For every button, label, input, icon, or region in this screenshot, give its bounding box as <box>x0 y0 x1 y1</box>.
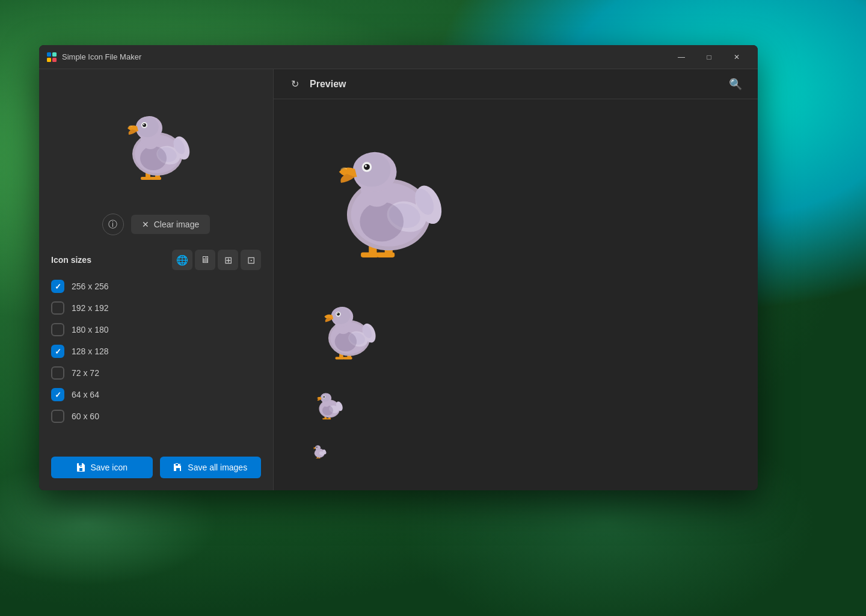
svg-point-36 <box>365 165 367 167</box>
size-label-192: 192 x 192 <box>72 303 109 313</box>
size-item-128[interactable]: 128 x 128 <box>51 345 261 358</box>
svg-point-66 <box>321 393 330 402</box>
checkbox-256[interactable] <box>51 280 64 293</box>
svg-point-50 <box>331 307 350 324</box>
svg-rect-7 <box>150 177 161 180</box>
size-item-60[interactable]: 60 x 60 <box>51 410 261 423</box>
checkbox-128[interactable] <box>51 345 64 358</box>
source-image <box>114 95 198 188</box>
size-label-72: 72 x 72 <box>72 368 99 378</box>
monitor-icon: 🖥 <box>200 254 210 265</box>
window-title: Simple Icon File Maker <box>62 52 668 61</box>
preview-content <box>274 99 758 490</box>
preview-item-64 <box>310 384 348 423</box>
svg-point-53 <box>337 313 339 315</box>
size-label-180: 180 x 180 <box>72 325 109 334</box>
save-icon <box>76 463 86 472</box>
zoom-icon: 🔍 <box>729 78 742 91</box>
size-label-60: 60 x 60 <box>72 411 99 421</box>
save-icon-button[interactable]: Save icon <box>51 457 153 478</box>
clear-image-label: Clear image <box>154 220 199 229</box>
size-label-128: 128 x 128 <box>72 346 109 356</box>
svg-rect-6 <box>141 177 152 180</box>
size-item-256[interactable]: 256 x 256 <box>51 280 261 293</box>
svg-rect-2 <box>47 58 51 62</box>
preview-dodo-256 <box>310 117 464 271</box>
save-all-button[interactable]: Save all images <box>160 457 262 478</box>
main-window: Simple Icon File Maker — □ ✕ <box>39 45 758 490</box>
save-all-icon <box>173 463 183 472</box>
window-controls: — □ ✕ <box>668 48 751 67</box>
svg-point-18 <box>143 124 144 125</box>
minimize-button[interactable]: — <box>668 48 695 67</box>
info-button[interactable]: ⓘ <box>102 214 124 235</box>
right-panel: ↻ Preview 🔍 <box>274 69 758 490</box>
size-item-192[interactable]: 192 x 192 <box>51 301 261 315</box>
web-preset-button[interactable]: 🌐 <box>172 250 192 270</box>
grid-preset-button[interactable]: ⊞ <box>218 250 238 270</box>
checkbox-60[interactable] <box>51 410 64 423</box>
svg-point-12 <box>140 146 167 170</box>
preview-header: ↻ Preview 🔍 <box>274 69 758 99</box>
preview-dodo-64 <box>310 384 348 423</box>
desktop-preset-button[interactable]: 🖥 <box>195 250 215 270</box>
svg-point-79 <box>316 446 318 448</box>
svg-rect-41 <box>336 357 345 359</box>
preview-title: Preview <box>310 79 725 90</box>
svg-point-30 <box>360 202 404 241</box>
svg-point-35 <box>364 164 370 170</box>
preview-item-32 <box>310 441 329 460</box>
titlebar: Simple Icon File Maker — □ ✕ <box>39 45 758 69</box>
svg-rect-42 <box>343 357 352 359</box>
svg-point-63 <box>322 405 333 416</box>
size-label-256: 256 x 256 <box>72 282 109 291</box>
custom-preset-button[interactable]: ⊡ <box>241 250 261 270</box>
checkbox-list: 256 x 256 192 x 192 180 x 180 128 x 128 … <box>51 280 261 445</box>
size-presets: 🌐 🖥 ⊞ ⊡ <box>172 250 261 270</box>
size-item-64[interactable]: 64 x 64 <box>51 388 261 401</box>
image-preview-area <box>51 81 261 202</box>
size-item-180[interactable]: 180 x 180 <box>51 323 261 336</box>
svg-point-15 <box>136 117 159 137</box>
svg-rect-58 <box>322 418 327 419</box>
svg-point-52 <box>337 313 340 316</box>
svg-point-47 <box>335 331 357 351</box>
svg-point-68 <box>324 396 325 397</box>
app-icon <box>46 52 57 63</box>
zoom-button[interactable]: 🔍 <box>725 74 746 94</box>
x-icon: ✕ <box>142 220 149 229</box>
selection-icon: ⊡ <box>247 254 255 266</box>
refresh-icon: ↻ <box>291 78 299 90</box>
left-panel: ⓘ ✕ Clear image Icon sizes 🌐 🖥 <box>39 69 274 490</box>
svg-rect-1 <box>52 52 57 57</box>
size-item-72[interactable]: 72 x 72 <box>51 366 261 380</box>
grid-icon: ⊞ <box>224 254 232 266</box>
checkbox-192[interactable] <box>51 301 64 315</box>
svg-rect-0 <box>47 52 51 57</box>
refresh-button[interactable]: ↻ <box>286 75 304 93</box>
preview-item-128 <box>310 289 387 366</box>
checkbox-64[interactable] <box>51 388 64 401</box>
preview-item-256 <box>310 117 464 271</box>
info-icon: ⓘ <box>108 219 117 230</box>
bottom-buttons: Save icon Save all images <box>51 457 261 478</box>
clear-image-button[interactable]: ✕ Clear image <box>131 215 210 234</box>
svg-rect-24 <box>361 253 379 257</box>
icon-sizes-label: Icon sizes <box>51 255 91 265</box>
globe-icon: 🌐 <box>176 254 188 266</box>
svg-rect-59 <box>327 418 331 419</box>
maximize-button[interactable]: □ <box>695 48 723 67</box>
close-button[interactable]: ✕ <box>723 48 751 67</box>
preview-dodo-32 <box>310 441 329 460</box>
svg-rect-72 <box>316 458 319 458</box>
svg-rect-25 <box>376 253 395 257</box>
svg-rect-21 <box>175 469 176 470</box>
size-label-64: 64 x 64 <box>72 390 99 399</box>
checkbox-72[interactable] <box>51 366 64 380</box>
save-all-label: Save all images <box>188 463 247 472</box>
svg-rect-73 <box>318 458 321 458</box>
checkbox-180[interactable] <box>51 323 64 336</box>
svg-point-33 <box>353 153 391 186</box>
main-content: ⓘ ✕ Clear image Icon sizes 🌐 🖥 <box>39 69 758 490</box>
save-icon-label: Save icon <box>91 463 127 472</box>
